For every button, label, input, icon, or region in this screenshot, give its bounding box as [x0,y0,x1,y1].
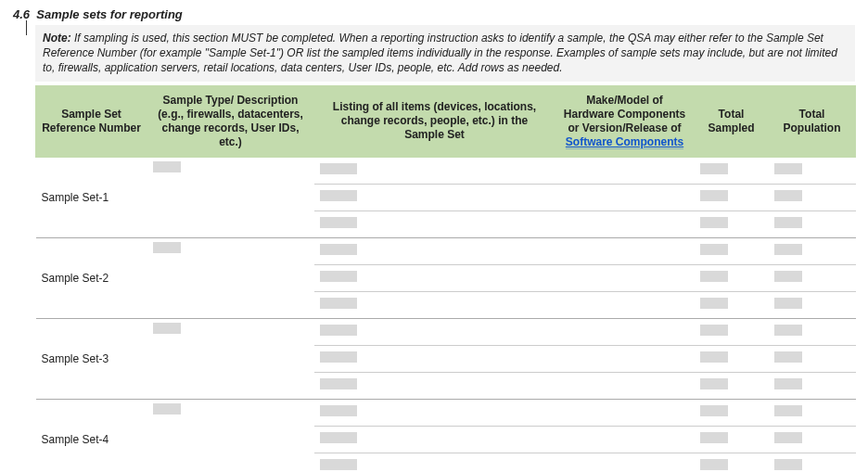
placeholder-field[interactable] [320,217,357,228]
cell-total-sampled[interactable] [695,372,769,399]
cell-listing[interactable] [314,157,555,184]
placeholder-field[interactable] [774,378,802,389]
cell-total-sampled[interactable] [695,264,769,291]
placeholder-field[interactable] [700,459,728,470]
placeholder-field[interactable] [700,163,728,174]
placeholder-field[interactable] [700,244,728,255]
cell-total-sampled[interactable] [695,318,769,345]
placeholder-field[interactable] [320,271,357,282]
placeholder-field[interactable] [774,432,802,443]
cell-listing[interactable] [314,291,555,318]
placeholder-field[interactable] [774,405,802,416]
placeholder-field[interactable] [774,298,802,309]
placeholder-field[interactable] [320,325,357,336]
cell-make-model[interactable] [555,372,695,399]
cell-make-model[interactable] [555,157,695,184]
cell-listing[interactable] [314,426,555,453]
cell-total-population[interactable] [769,399,856,426]
cell-total-sampled[interactable] [695,210,769,237]
cell-total-sampled[interactable] [695,291,769,318]
placeholder-field[interactable] [774,244,802,255]
cell-total-population[interactable] [769,184,856,210]
cell-total-population[interactable] [769,426,856,453]
placeholder-field[interactable] [774,217,802,228]
table-row: Sample Set-4 [36,399,856,426]
placeholder-field[interactable] [153,323,181,334]
cell-make-model[interactable] [555,345,695,372]
cell-total-population[interactable] [769,237,856,264]
cell-total-population[interactable] [769,345,856,372]
placeholder-field[interactable] [320,405,357,416]
placeholder-field[interactable] [774,459,802,470]
cell-make-model[interactable] [555,453,695,472]
placeholder-field[interactable] [774,163,802,174]
cell-total-population[interactable] [769,372,856,399]
cell-sample-type[interactable] [147,157,314,237]
software-components-link[interactable]: Software Components [566,135,683,149]
placeholder-field[interactable] [320,163,357,174]
cell-listing[interactable] [314,184,555,210]
placeholder-field[interactable] [774,325,802,336]
cell-sample-type[interactable] [147,237,314,318]
cell-make-model[interactable] [555,426,695,453]
cell-make-model[interactable] [555,318,695,345]
table-row: Sample Set-3 [36,318,856,345]
placeholder-field[interactable] [320,459,357,470]
th-total-population: Total Population [769,85,856,157]
cell-listing[interactable] [314,318,555,345]
cell-sample-type[interactable] [147,318,314,399]
cell-listing[interactable] [314,453,555,472]
cell-listing[interactable] [314,210,555,237]
cell-total-sampled[interactable] [695,399,769,426]
cell-total-population[interactable] [769,157,856,184]
cell-total-sampled[interactable] [695,237,769,264]
cell-total-population[interactable] [769,210,856,237]
cell-make-model[interactable] [555,237,695,264]
cell-listing[interactable] [314,372,555,399]
cell-total-sampled[interactable] [695,345,769,372]
cell-total-sampled[interactable] [695,426,769,453]
placeholder-field[interactable] [320,190,357,201]
placeholder-field[interactable] [774,271,802,282]
cell-ref-number: Sample Set-2 [36,237,147,318]
placeholder-field[interactable] [700,190,728,201]
placeholder-field[interactable] [700,298,728,309]
placeholder-field[interactable] [153,161,181,172]
cell-listing[interactable] [314,399,555,426]
placeholder-field[interactable] [700,378,728,389]
placeholder-field[interactable] [700,432,728,443]
placeholder-field[interactable] [320,378,357,389]
cell-total-population[interactable] [769,264,856,291]
cell-sample-type[interactable] [147,399,314,472]
placeholder-field[interactable] [700,405,728,416]
cell-make-model[interactable] [555,184,695,210]
cell-listing[interactable] [314,264,555,291]
cell-total-sampled[interactable] [695,157,769,184]
placeholder-field[interactable] [700,351,728,363]
placeholder-field[interactable] [153,403,181,415]
cell-make-model[interactable] [555,264,695,291]
cell-make-model[interactable] [555,210,695,237]
cell-total-population[interactable] [769,291,856,318]
cell-total-population[interactable] [769,453,856,472]
placeholder-field[interactable] [700,325,728,336]
cell-total-sampled[interactable] [695,184,769,210]
cell-make-model[interactable] [555,291,695,318]
cell-listing[interactable] [314,237,555,264]
cell-listing[interactable] [314,345,555,372]
placeholder-field[interactable] [774,190,802,201]
section-number: 4.6 [13,7,30,21]
placeholder-field[interactable] [700,271,728,282]
cell-make-model[interactable] [555,399,695,426]
placeholder-field[interactable] [774,351,802,363]
placeholder-field[interactable] [320,432,357,443]
placeholder-field[interactable] [153,242,181,253]
cell-total-population[interactable] [769,318,856,345]
placeholder-field[interactable] [320,244,357,255]
placeholder-field[interactable] [320,351,357,363]
placeholder-field[interactable] [700,217,728,228]
note-box: Note: If sampling is used, this section … [35,25,855,82]
note-label: Note: [43,32,71,45]
placeholder-field[interactable] [320,298,357,309]
cell-total-sampled[interactable] [695,453,769,472]
